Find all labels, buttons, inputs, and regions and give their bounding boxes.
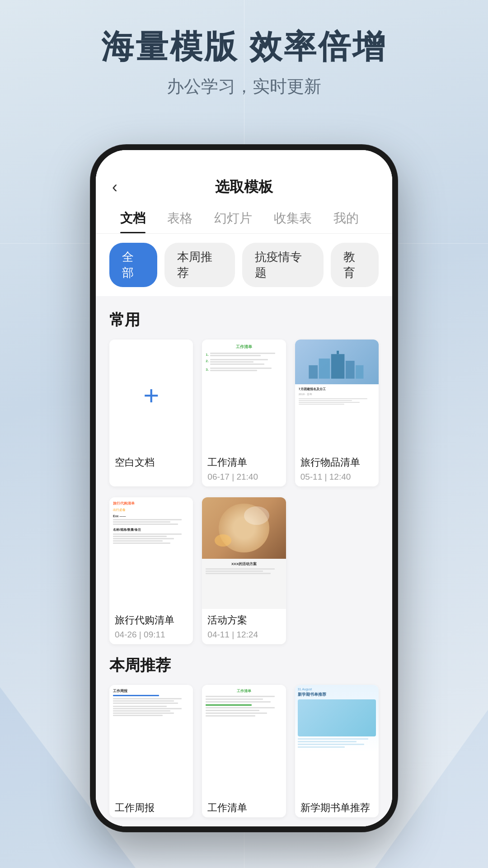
- agency-preview: 旅行代购清单 出行必备 Exx —— 名称/: [109, 497, 193, 609]
- travel-preview: 7月团建报名及分工 2018 · 全年: [295, 340, 379, 451]
- template-card-activity[interactable]: XXX的活动方案 活动方案 04-11 | 12:24: [202, 497, 286, 644]
- template-card-work-checklist2[interactable]: 工作清单: [202, 685, 286, 817]
- template-label-travel: 旅行物品清单: [295, 451, 379, 472]
- nav-bar: ‹ 选取模板: [96, 173, 392, 202]
- template-card-travel[interactable]: 7月团建报名及分工 2018 · 全年 旅行物品清单: [295, 340, 379, 486]
- wc2-preview: 工作清单: [202, 685, 286, 797]
- week-rec-grid: 工作周报: [109, 685, 379, 817]
- template-date-agency: 04-26 | 09:11: [109, 630, 193, 644]
- tab-slides[interactable]: 幻灯片: [203, 202, 263, 233]
- nsy-preview: 31.August 新学期书单推荐: [295, 685, 379, 797]
- template-label-blank: 空白文档: [109, 451, 193, 472]
- template-label-activity: 活动方案: [202, 609, 286, 630]
- template-card-agency[interactable]: 旅行代购清单 出行必备 Exx —— 名称/: [109, 497, 193, 644]
- back-button[interactable]: ‹: [112, 178, 117, 197]
- phone-outer-frame: ‹ 选取模板 文档 表格 幻灯片 收集表: [90, 145, 398, 832]
- header-area: 海量模版 效率倍增 办公学习，实时更新: [0, 27, 488, 98]
- template-thumb-agency: 旅行代购清单 出行必备 Exx —— 名称/: [109, 497, 193, 609]
- plus-icon: +: [143, 382, 159, 409]
- template-card-new-school-year[interactable]: 31.August 新学期书单推荐 新学期书单推荐: [295, 685, 379, 817]
- template-thumb-work-checklist2: 工作清单: [202, 685, 286, 797]
- screen-content: ‹ 选取模板 文档 表格 幻灯片 收集表: [96, 150, 392, 826]
- filter-bar: 全部 本周推荐 抗疫情专题 教育: [96, 234, 392, 296]
- phone-mockup: ‹ 选取模板 文档 表格 幻灯片 收集表: [90, 145, 398, 832]
- filter-weekly[interactable]: 本周推荐: [164, 243, 235, 287]
- template-label-work-report: 工作周报: [109, 797, 193, 817]
- svg-rect-3: [346, 361, 355, 379]
- city-skyline-icon: [303, 344, 370, 380]
- tab-bar: 文档 表格 幻灯片 收集表 我的: [96, 202, 392, 234]
- tab-mine[interactable]: 我的: [323, 202, 370, 233]
- svg-rect-1: [319, 359, 330, 378]
- template-thumb-travel: 7月团建报名及分工 2018 · 全年: [295, 340, 379, 451]
- template-thumb-activity: XXX的活动方案: [202, 497, 286, 609]
- template-label-work: 工作清单: [202, 451, 286, 472]
- svg-rect-4: [356, 365, 363, 379]
- section-title-common: 常用: [109, 310, 379, 330]
- work-report-preview: 工作周报: [109, 685, 193, 797]
- nav-title: 选取模板: [215, 177, 273, 197]
- template-date-work: 06-17 | 21:40: [202, 472, 286, 486]
- scroll-area[interactable]: 常用 + 空白文档: [96, 296, 392, 826]
- phone-inner-frame: ‹ 选取模板 文档 表格 幻灯片 收集表: [96, 150, 392, 826]
- main-title: 海量模版 效率倍增: [0, 27, 488, 66]
- template-thumb-work: 工作清单 1. 2.: [202, 340, 286, 451]
- svg-rect-0: [309, 365, 318, 379]
- tab-tables[interactable]: 表格: [156, 202, 203, 233]
- template-thumb-new-school-year: 31.August 新学期书单推荐: [295, 685, 379, 797]
- svg-rect-2: [331, 354, 345, 378]
- template-card-work-report[interactable]: 工作周报: [109, 685, 193, 817]
- template-label-agency: 旅行代购清单: [109, 609, 193, 630]
- tab-documents[interactable]: 文档: [109, 202, 156, 233]
- tab-forms[interactable]: 收集表: [263, 202, 323, 233]
- template-label-new-school-year: 新学期书单推荐: [295, 797, 379, 817]
- filter-education[interactable]: 教育: [331, 243, 379, 287]
- template-thumb-blank: +: [109, 340, 193, 451]
- svg-rect-5: [337, 351, 339, 354]
- work-list-preview: 工作清单 1. 2.: [202, 340, 286, 451]
- section-title-weekly: 本周推荐: [109, 655, 379, 676]
- template-date-activity: 04-11 | 12:24: [202, 630, 286, 644]
- activity-preview: XXX的活动方案: [202, 497, 286, 609]
- template-date-travel: 05-11 | 12:40: [295, 472, 379, 486]
- template-thumb-work-report: 工作周报: [109, 685, 193, 797]
- filter-epidemic[interactable]: 抗疫情专题: [242, 243, 324, 287]
- status-bar: [96, 150, 392, 173]
- template-card-blank[interactable]: + 空白文档: [109, 340, 193, 486]
- template-grid-row2: 旅行代购清单 出行必备 Exx —— 名称/: [109, 497, 379, 644]
- filter-all[interactable]: 全部: [109, 243, 157, 287]
- template-grid-row1: + 空白文档 工作清单 1.: [109, 340, 379, 486]
- sub-title: 办公学习，实时更新: [0, 75, 488, 98]
- template-card-work-checklist[interactable]: 工作清单 1. 2.: [202, 340, 286, 486]
- template-label-work-checklist2: 工作清单: [202, 797, 286, 817]
